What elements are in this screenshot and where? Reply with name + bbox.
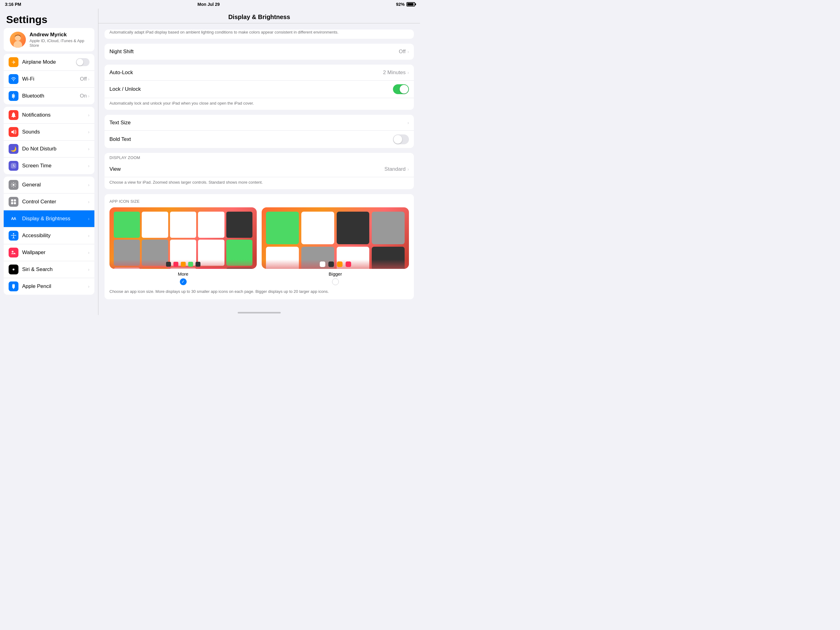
sidebar: Settings: [0, 9, 98, 315]
apple-pencil-label: Apple Pencil: [22, 283, 88, 290]
view-item[interactable]: View Standard ›: [104, 161, 414, 177]
lock-unlock-label: Lock / Unlock: [109, 86, 393, 92]
wifi-label: Wi-Fi: [22, 76, 80, 82]
status-time: 3:16 PM: [5, 2, 21, 7]
sidebar-item-wifi[interactable]: Wi-Fi Off ›: [4, 71, 95, 88]
screen-time-icon: [9, 161, 19, 171]
wallpaper-icon: [9, 248, 19, 258]
general-chevron: ›: [88, 182, 90, 187]
bold-text-toggle-thumb: [393, 135, 402, 144]
app-icon-preview-bigger: [262, 207, 409, 269]
notifications-label: Notifications: [22, 112, 88, 118]
display-zoom-header: DISPLAY ZOOM: [104, 153, 414, 161]
user-name: Andrew Myrick: [30, 32, 88, 38]
lock-unlock-toggle[interactable]: [393, 84, 409, 94]
night-shift-item[interactable]: Night Shift Off ›: [104, 44, 414, 60]
sounds-chevron: ›: [88, 130, 90, 135]
screen-time-label: Screen Time: [22, 163, 88, 169]
svg-marker-4: [11, 130, 14, 134]
text-size-label: Text Size: [109, 120, 407, 126]
content-area: Display & Brightness Automatically adapt…: [98, 9, 420, 315]
svg-rect-7: [11, 199, 13, 201]
content-body: Automatically adapt iPad display based o…: [98, 24, 420, 310]
siri-search-chevron: ›: [88, 267, 90, 272]
app-icon-size-header: APP ICON SIZE: [109, 199, 409, 207]
lock-unlock-description: Automatically lock and unlock your iPad …: [104, 98, 414, 110]
bold-text-label: Bold Text: [109, 136, 393, 142]
bold-text-item[interactable]: Bold Text: [104, 131, 414, 148]
auto-lock-item[interactable]: Auto-Lock 2 Minutes ›: [104, 65, 414, 81]
main-layout: Settings: [0, 9, 420, 315]
group-lock: Auto-Lock 2 Minutes › Lock / Unlock Auto…: [104, 65, 414, 110]
more-radio[interactable]: ✓: [180, 279, 186, 285]
app-icon-description: Choose an app icon size. More displays u…: [109, 289, 409, 294]
display-brightness-icon: AA: [9, 214, 19, 224]
sidebar-item-airplane-mode[interactable]: ✈ Airplane Mode: [4, 54, 95, 71]
text-size-item[interactable]: Text Size ›: [104, 115, 414, 131]
bluetooth-label: Bluetooth: [22, 93, 80, 99]
bigger-radio[interactable]: [332, 279, 339, 285]
svg-point-12: [12, 251, 14, 253]
svg-rect-9: [11, 202, 13, 204]
general-icon: [9, 180, 19, 190]
airplane-mode-toggle[interactable]: [76, 58, 90, 66]
sidebar-item-sounds[interactable]: Sounds ›: [4, 123, 95, 141]
apple-pencil-icon: [9, 282, 19, 291]
apple-pencil-chevron: ›: [88, 284, 90, 289]
app-icon-option-more[interactable]: More ✓: [109, 207, 257, 285]
sidebar-item-control-center[interactable]: Control Center ›: [4, 193, 95, 211]
lock-unlock-item[interactable]: Lock / Unlock: [104, 81, 414, 98]
text-size-chevron: ›: [407, 120, 409, 125]
bold-text-toggle[interactable]: [393, 135, 409, 144]
auto-lock-chevron: ›: [407, 70, 409, 75]
do-not-disturb-label: Do Not Disturb: [22, 146, 88, 152]
top-description: Automatically adapt iPad display based o…: [104, 30, 414, 39]
view-value: Standard: [384, 166, 406, 172]
group-display-zoom: DISPLAY ZOOM View Standard › Choose a vi…: [104, 153, 414, 189]
display-brightness-label: Display & Brightness: [22, 216, 88, 222]
display-brightness-chevron: ›: [88, 216, 90, 221]
wifi-value: Off: [80, 76, 87, 82]
svg-point-6: [13, 184, 14, 186]
user-info: Andrew Myrick Apple ID, iCloud, iTunes &…: [30, 32, 88, 47]
avatar: [10, 32, 26, 47]
sidebar-item-screen-time[interactable]: Screen Time ›: [4, 157, 95, 174]
wallpaper-chevron: ›: [88, 250, 90, 255]
auto-lock-label: Auto-Lock: [109, 70, 383, 76]
wifi-chevron: ›: [88, 77, 90, 82]
siri-search-icon: [9, 264, 19, 274]
settings-group-connectivity: ✈ Airplane Mode Wi-Fi Off ›: [4, 54, 95, 104]
sidebar-item-general[interactable]: General ›: [4, 177, 95, 193]
sidebar-item-siri-search[interactable]: Siri & Search ›: [4, 261, 95, 278]
app-icon-preview-more: [109, 207, 257, 269]
wifi-icon: [9, 74, 19, 84]
svg-rect-3: [13, 117, 14, 117]
sidebar-item-display-brightness[interactable]: AA Display & Brightness ›: [4, 211, 95, 227]
sidebar-item-apple-pencil[interactable]: Apple Pencil ›: [4, 278, 95, 295]
more-label: More: [178, 271, 188, 277]
battery-percentage: 92%: [396, 2, 405, 7]
status-bar: 3:16 PM Mon Jul 29 92%: [0, 0, 420, 9]
airplane-mode-toggle-thumb: [77, 59, 83, 65]
auto-lock-value: 2 Minutes: [383, 70, 406, 76]
sidebar-item-accessibility[interactable]: Accessibility ›: [4, 227, 95, 244]
night-shift-label: Night Shift: [109, 49, 399, 55]
sidebar-item-do-not-disturb[interactable]: 🌙 Do Not Disturb ›: [4, 141, 95, 157]
sidebar-title: Settings: [0, 9, 98, 28]
sidebar-item-bluetooth[interactable]: Bluetooth On ›: [4, 88, 95, 104]
sidebar-item-notifications[interactable]: Notifications ›: [4, 107, 95, 123]
accessibility-icon: [9, 231, 19, 241]
app-icon-option-bigger[interactable]: Bigger: [262, 207, 409, 285]
siri-search-label: Siri & Search: [22, 266, 88, 272]
do-not-disturb-icon: 🌙: [9, 144, 19, 154]
control-center-label: Control Center: [22, 199, 88, 205]
group-text: Text Size › Bold Text: [104, 115, 414, 148]
night-shift-value: Off: [399, 49, 406, 55]
notifications-icon: [9, 110, 19, 120]
group-top-desc: Automatically adapt iPad display based o…: [104, 30, 414, 39]
accessibility-chevron: ›: [88, 233, 90, 238]
user-profile[interactable]: Andrew Myrick Apple ID, iCloud, iTunes &…: [4, 28, 95, 51]
sidebar-item-wallpaper[interactable]: Wallpaper ›: [4, 244, 95, 261]
app-icon-section: APP ICON SIZE: [104, 194, 414, 299]
airplane-mode-label: Airplane Mode: [22, 59, 76, 65]
